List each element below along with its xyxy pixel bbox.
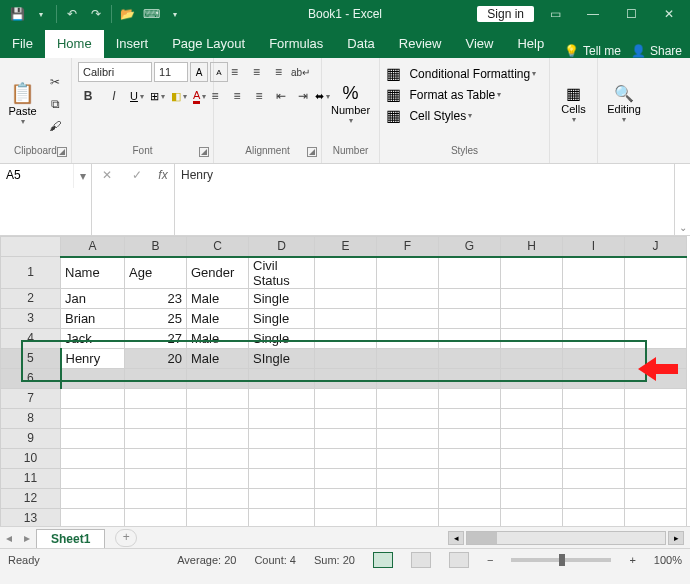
cell-A11[interactable] xyxy=(61,468,125,488)
qat-open-icon[interactable]: 📂 xyxy=(116,3,138,25)
row-header-2[interactable]: 2 xyxy=(1,288,61,308)
cell-B2[interactable]: 23 xyxy=(125,288,187,308)
cell-H12[interactable] xyxy=(501,488,563,508)
cell-C1[interactable]: Gender xyxy=(187,257,249,289)
cell-B3[interactable]: 25 xyxy=(125,308,187,328)
cell-J13[interactable] xyxy=(625,508,687,526)
cell-E4[interactable] xyxy=(315,328,377,348)
cell-E9[interactable] xyxy=(315,428,377,448)
cell-H5[interactable] xyxy=(501,348,563,368)
zoom-slider-thumb[interactable] xyxy=(559,554,565,566)
cell-styles-button[interactable]: ▦ Cell Styles▾ xyxy=(386,106,472,125)
formula-bar-expand-icon[interactable]: ⌄ xyxy=(674,164,690,235)
font-size-input[interactable] xyxy=(154,62,188,82)
align-middle-icon[interactable]: ≡ xyxy=(247,62,267,82)
cell-A4[interactable]: Jack xyxy=(61,328,125,348)
sheet-nav-next-icon[interactable]: ▸ xyxy=(18,531,36,545)
cell-G4[interactable] xyxy=(439,328,501,348)
zoom-slider[interactable] xyxy=(511,558,611,562)
align-bottom-icon[interactable]: ≡ xyxy=(269,62,289,82)
col-header-G[interactable]: G xyxy=(439,237,501,257)
cell-J10[interactable] xyxy=(625,448,687,468)
cell-A9[interactable] xyxy=(61,428,125,448)
view-page-break-icon[interactable] xyxy=(449,552,469,568)
align-center-icon[interactable]: ≡ xyxy=(227,86,247,106)
zoom-in-icon[interactable]: + xyxy=(629,554,635,566)
sheet-tab-sheet1[interactable]: Sheet1 xyxy=(36,529,105,548)
tab-home[interactable]: Home xyxy=(45,30,104,58)
font-dialog-icon[interactable] xyxy=(199,147,209,157)
row-header-7[interactable]: 7 xyxy=(1,388,61,408)
align-left-icon[interactable]: ≡ xyxy=(205,86,225,106)
close-icon[interactable]: ✕ xyxy=(652,0,686,28)
row-header-4[interactable]: 4 xyxy=(1,328,61,348)
hscroll-right-icon[interactable]: ▸ xyxy=(668,531,684,545)
fill-color-button[interactable]: ◧▾ xyxy=(171,90,187,103)
row-header-12[interactable]: 12 xyxy=(1,488,61,508)
cell-E10[interactable] xyxy=(315,448,377,468)
cell-I9[interactable] xyxy=(563,428,625,448)
cell-G7[interactable] xyxy=(439,388,501,408)
cell-H11[interactable] xyxy=(501,468,563,488)
border-button[interactable]: ⊞▾ xyxy=(150,90,165,103)
col-header-J[interactable]: J xyxy=(625,237,687,257)
paste-button[interactable]: 📋 Paste ▾ xyxy=(6,81,39,126)
cell-H1[interactable] xyxy=(501,257,563,289)
cell-C9[interactable] xyxy=(187,428,249,448)
cell-C8[interactable] xyxy=(187,408,249,428)
cell-D5[interactable]: SIngle xyxy=(249,348,315,368)
cell-D2[interactable]: Single xyxy=(249,288,315,308)
signin-button[interactable]: Sign in xyxy=(477,6,534,22)
cell-B13[interactable] xyxy=(125,508,187,526)
cancel-entry-icon[interactable]: ✕ xyxy=(102,168,112,182)
row-header-13[interactable]: 13 xyxy=(1,508,61,526)
cell-H4[interactable] xyxy=(501,328,563,348)
cell-B5[interactable]: 20 xyxy=(125,348,187,368)
cell-H7[interactable] xyxy=(501,388,563,408)
minimize-icon[interactable]: — xyxy=(576,0,610,28)
row-header-10[interactable]: 10 xyxy=(1,448,61,468)
cell-F10[interactable] xyxy=(377,448,439,468)
cell-D6[interactable] xyxy=(249,368,315,388)
cell-F2[interactable] xyxy=(377,288,439,308)
cell-D3[interactable]: Single xyxy=(249,308,315,328)
cell-E12[interactable] xyxy=(315,488,377,508)
cell-G12[interactable] xyxy=(439,488,501,508)
cell-B11[interactable] xyxy=(125,468,187,488)
col-header-D[interactable]: D xyxy=(249,237,315,257)
cell-A6[interactable] xyxy=(61,368,125,388)
row-header-11[interactable]: 11 xyxy=(1,468,61,488)
tab-help[interactable]: Help xyxy=(505,30,556,58)
cells-button[interactable]: ▦Cells▾ xyxy=(556,84,591,124)
insert-function-icon[interactable]: fx xyxy=(152,164,174,235)
cell-J8[interactable] xyxy=(625,408,687,428)
format-as-table-button[interactable]: ▦ Format as Table▾ xyxy=(386,85,501,104)
cell-C6[interactable] xyxy=(187,368,249,388)
cell-F13[interactable] xyxy=(377,508,439,526)
row-header-5[interactable]: 5 xyxy=(1,348,61,368)
underline-button[interactable]: U▾ xyxy=(130,90,144,102)
cell-H6[interactable] xyxy=(501,368,563,388)
cell-E7[interactable] xyxy=(315,388,377,408)
cell-A7[interactable] xyxy=(61,388,125,408)
cell-I7[interactable] xyxy=(563,388,625,408)
editing-button[interactable]: 🔍Editing▾ xyxy=(604,84,644,124)
cell-E8[interactable] xyxy=(315,408,377,428)
qat-dropdown-icon[interactable]: ▾ xyxy=(30,3,52,25)
col-header-A[interactable]: A xyxy=(61,237,125,257)
cell-B7[interactable] xyxy=(125,388,187,408)
cell-F8[interactable] xyxy=(377,408,439,428)
cell-A2[interactable]: Jan xyxy=(61,288,125,308)
wrap-text-icon[interactable]: ab↵ xyxy=(291,62,311,82)
hscroll-left-icon[interactable]: ◂ xyxy=(448,531,464,545)
cell-J3[interactable] xyxy=(625,308,687,328)
align-top-icon[interactable]: ≡ xyxy=(225,62,245,82)
tab-page-layout[interactable]: Page Layout xyxy=(160,30,257,58)
cell-J9[interactable] xyxy=(625,428,687,448)
cell-B9[interactable] xyxy=(125,428,187,448)
cell-H3[interactable] xyxy=(501,308,563,328)
share-button[interactable]: 👤 Share xyxy=(631,44,682,58)
cell-D13[interactable] xyxy=(249,508,315,526)
cell-H8[interactable] xyxy=(501,408,563,428)
cell-J11[interactable] xyxy=(625,468,687,488)
